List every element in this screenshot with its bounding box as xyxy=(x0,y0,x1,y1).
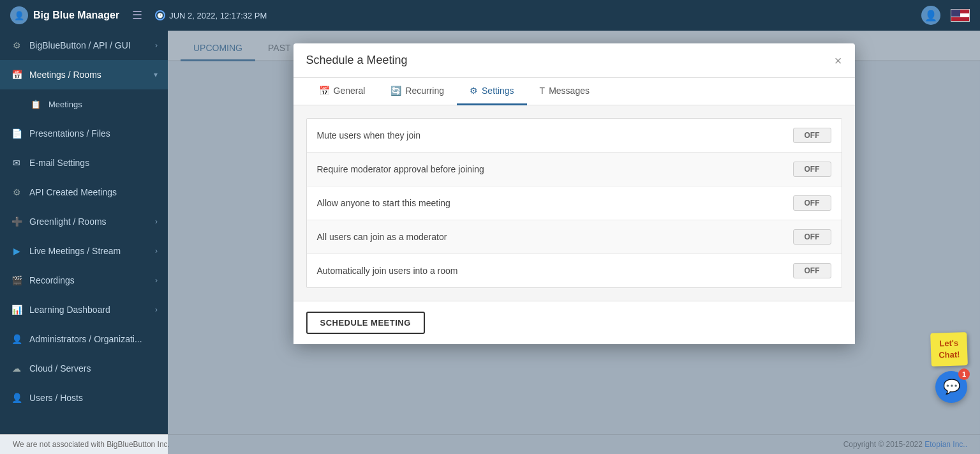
all-moderator-toggle[interactable]: OFF xyxy=(793,229,831,245)
sidebar-label-users: Users / Hosts xyxy=(29,393,83,403)
chat-bubble: Let's Chat! 💬 1 xyxy=(931,333,967,403)
main-content-area: UPCOMING PAST Schedule a Meeting × 📅 Gen… xyxy=(168,31,980,454)
cloud-icon: ☁ xyxy=(10,362,23,375)
allow-start-label: Allow anyone to start this meeting xyxy=(317,198,793,208)
allow-start-toggle[interactable]: OFF xyxy=(793,195,831,211)
sidebar-label-learning: Learning Dashboard xyxy=(29,305,110,315)
mute-label: Mute users when they join xyxy=(317,130,793,140)
sidebar-item-presentations[interactable]: 📄 Presentations / Files xyxy=(0,119,168,148)
settings-row-moderator: Require moderator approval before joinin… xyxy=(307,153,842,186)
sidebar-item-recordings[interactable]: 🎬 Recordings › xyxy=(0,266,168,295)
calendar-tab-icon: 📅 xyxy=(319,86,330,96)
settings-tab-icon: ⚙ xyxy=(470,86,478,96)
modal-title: Schedule a Meeting xyxy=(306,54,408,67)
auto-join-label: Automatically join users into a room xyxy=(317,266,793,276)
all-moderator-label: All users can join as a moderator xyxy=(317,232,793,242)
sidebar-label-bigbluebutton: BigBlueButton / API / GUI xyxy=(29,40,131,50)
chevron-right-icon4: › xyxy=(155,276,158,285)
settings-row-auto-join: Automatically join users into a room OFF xyxy=(307,254,842,287)
hamburger-menu[interactable]: ☰ xyxy=(132,8,142,22)
dashboard-icon: 📊 xyxy=(10,303,23,316)
modal-tab-recurring-label: Recurring xyxy=(405,86,444,96)
sidebar-label-greenlight: Greenlight / Rooms xyxy=(29,216,107,227)
sidebar-item-live-meetings[interactable]: ▶ Live Meetings / Stream › xyxy=(0,236,168,266)
api-icon: ⚙ xyxy=(10,186,23,199)
sidebar-label-cloud: Cloud / Servers xyxy=(29,363,91,374)
sidebar-item-meetings-sub[interactable]: 📋 Meetings xyxy=(0,89,168,119)
chat-sticky-note[interactable]: Let's Chat! xyxy=(930,332,968,367)
chevron-right-icon2: › xyxy=(155,217,158,226)
modal-tab-settings[interactable]: ⚙ Settings xyxy=(457,78,527,105)
sidebar-item-api-meetings[interactable]: ⚙ API Created Meetings xyxy=(0,178,168,207)
moderator-toggle[interactable]: OFF xyxy=(793,162,831,177)
sidebar-item-bigbluebutton[interactable]: ⚙ BigBlueButton / API / GUI › xyxy=(0,31,168,60)
settings-row-all-moderator: All users can join as a moderator OFF xyxy=(307,220,842,254)
list-icon: 📋 xyxy=(29,98,42,110)
moderator-label: Require moderator approval before joinin… xyxy=(317,164,793,174)
chat-button[interactable]: 💬 1 xyxy=(935,371,967,403)
chevron-right-icon: › xyxy=(155,41,158,50)
recurring-tab-icon: 🔄 xyxy=(390,86,401,96)
chat-badge: 1 xyxy=(958,368,970,380)
sidebar-label-admins: Administrators / Organizati... xyxy=(29,334,142,344)
sidebar-item-meetings[interactable]: 📅 Meetings / Rooms ▾ xyxy=(0,60,168,89)
email-icon: ✉ xyxy=(10,156,23,169)
modal-tab-settings-label: Settings xyxy=(482,86,514,96)
sidebar-label-meetings-sub: Meetings xyxy=(48,100,82,109)
logo-icon: 👤 xyxy=(10,6,28,24)
sidebar-item-admins[interactable]: 👤 Administrators / Organizati... xyxy=(0,324,168,354)
chevron-right-icon3: › xyxy=(155,246,158,255)
language-flag[interactable] xyxy=(951,9,970,22)
modal-tab-messages-label: Messages xyxy=(549,86,590,96)
sidebar-item-email[interactable]: ✉ E-mail Settings xyxy=(0,148,168,178)
sidebar-item-learning[interactable]: 📊 Learning Dashboard › xyxy=(0,295,168,324)
calendar-icon: 📅 xyxy=(10,68,23,81)
sidebar-item-greenlight[interactable]: ➕ Greenlight / Rooms › xyxy=(0,207,168,236)
sidebar-label-recordings: Recordings xyxy=(29,275,75,285)
modal-tab-general-label: General xyxy=(334,86,366,96)
chat-sticky-line1: Let's xyxy=(939,338,958,348)
settings-table: Mute users when they join OFF Require mo… xyxy=(306,118,842,288)
chevron-down-icon: ▾ xyxy=(154,70,158,79)
app-header: 👤 Big Blue Manager ☰ 🕐 JUN 2, 2022, 12:1… xyxy=(0,0,980,31)
modal-tab-recurring[interactable]: 🔄 Recurring xyxy=(378,78,457,105)
app-logo: 👤 Big Blue Manager xyxy=(10,6,119,24)
org-icon: 👤 xyxy=(10,333,23,345)
chat-sticky-line2: Chat! xyxy=(939,349,960,359)
auto-join-toggle[interactable]: OFF xyxy=(793,263,831,278)
chevron-right-icon5: › xyxy=(155,305,158,314)
page-layout: ⚙ BigBlueButton / API / GUI › 📅 Meetings… xyxy=(0,31,980,454)
sidebar-label-api: API Created Meetings xyxy=(29,187,117,197)
modal-close-button[interactable]: × xyxy=(835,54,842,67)
modal-body: Mute users when they join OFF Require mo… xyxy=(293,105,855,301)
sidebar-label-meetings: Meetings / Rooms xyxy=(29,70,101,80)
sidebar-label-presentations: Presentations / Files xyxy=(29,128,110,139)
plus-circle-icon: ➕ xyxy=(10,215,23,228)
user-avatar[interactable]: 👤 xyxy=(921,6,940,25)
sidebar-item-cloud[interactable]: ☁ Cloud / Servers xyxy=(0,354,168,383)
header-datetime: 🕐 JUN 2, 2022, 12:17:32 PM xyxy=(155,10,267,20)
sidebar-label-live: Live Meetings / Stream xyxy=(29,246,121,256)
modal-tab-general[interactable]: 📅 General xyxy=(306,78,378,105)
modal-tabs: 📅 General 🔄 Recurring ⚙ Settings T Messa… xyxy=(293,78,855,105)
footer-disclaimer: We are not associated with BigBlueButton… xyxy=(13,440,170,449)
mute-toggle[interactable]: OFF xyxy=(793,128,831,143)
modal-header: Schedule a Meeting × xyxy=(293,43,855,78)
schedule-meeting-modal: Schedule a Meeting × 📅 General 🔄 Recurri… xyxy=(293,43,855,344)
schedule-meeting-button[interactable]: SCHEDULE MEETING xyxy=(306,312,425,334)
modal-footer: SCHEDULE MEETING xyxy=(293,301,855,344)
play-icon: ▶ xyxy=(10,245,23,257)
sidebar: ⚙ BigBlueButton / API / GUI › 📅 Meetings… xyxy=(0,31,168,454)
file-icon: 📄 xyxy=(10,127,23,140)
modal-overlay: Schedule a Meeting × 📅 General 🔄 Recurri… xyxy=(168,31,980,454)
clock-icon: 🕐 xyxy=(155,10,165,20)
sidebar-label-email: E-mail Settings xyxy=(29,158,89,168)
sidebar-item-users[interactable]: 👤 Users / Hosts xyxy=(0,383,168,412)
settings-icon: ⚙ xyxy=(10,39,23,52)
users-icon: 👤 xyxy=(10,391,23,404)
settings-row-mute: Mute users when they join OFF xyxy=(307,119,842,153)
datetime-label: JUN 2, 2022, 12:17:32 PM xyxy=(169,11,267,20)
record-icon: 🎬 xyxy=(10,274,23,287)
modal-tab-messages[interactable]: T Messages xyxy=(527,78,602,105)
settings-row-allow-start: Allow anyone to start this meeting OFF xyxy=(307,186,842,220)
